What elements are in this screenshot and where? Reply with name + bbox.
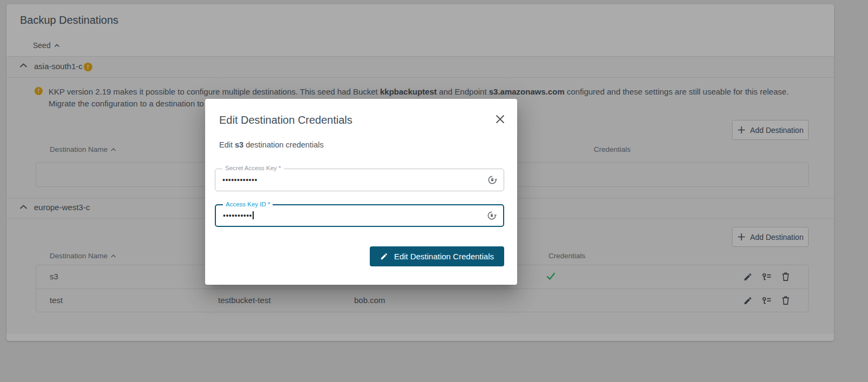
submit-button-label: Edit Destination Credentials [394, 252, 494, 261]
subtitle-text-part: destination credentials [243, 140, 323, 149]
secret-access-key-field[interactable]: Secret Access Key * •••••••••••• [215, 169, 504, 191]
subtitle-text-part: Edit [219, 140, 235, 149]
access-key-id-field[interactable]: Access Key ID * •••••••••• [215, 204, 504, 227]
secret-access-key-label: Secret Access Key * [222, 165, 284, 171]
edit-destination-credentials-button[interactable]: Edit Destination Credentials [370, 246, 504, 266]
access-key-id-label: Access Key ID * [223, 201, 273, 207]
dialog-subtitle: Edit s3 destination credentials [219, 140, 323, 149]
subtitle-destination-name: s3 [235, 140, 243, 149]
access-key-id-value: •••••••••• [223, 211, 254, 220]
pencil-icon [380, 252, 388, 260]
edit-destination-credentials-dialog: Edit Destination Credentials Edit s3 des… [205, 99, 517, 285]
text-cursor [253, 211, 254, 219]
secret-access-key-value: •••••••••••• [222, 176, 257, 184]
masked-value: •••••••••• [223, 211, 252, 220]
reveal-password-icon[interactable] [487, 175, 497, 185]
dialog-title: Edit Destination Credentials [219, 114, 352, 126]
reveal-password-icon[interactable] [487, 211, 497, 220]
close-icon[interactable] [495, 114, 505, 124]
